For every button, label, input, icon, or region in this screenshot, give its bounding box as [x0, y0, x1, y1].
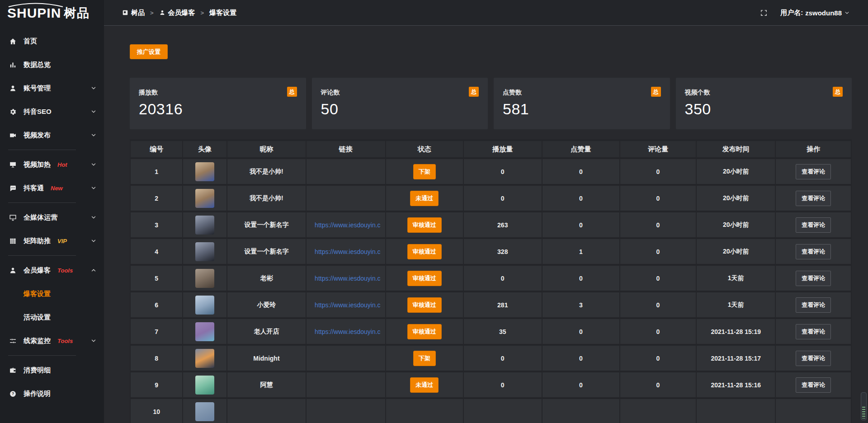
cell-actions: 查看评论 [775, 291, 851, 318]
view-comments-button[interactable]: 查看评论 [796, 217, 831, 233]
cell-nickname: 小爱玲 [227, 291, 306, 318]
stat-total-badge: 总 [651, 87, 661, 97]
cell-comments: 0 [620, 158, 696, 185]
sidebar-item-badge: Hot [57, 161, 67, 168]
sidebar-item-clue-monitor[interactable]: 线索监控 Tools [0, 329, 104, 352]
sidebar-item-member-baoke[interactable]: 会员爆客 Tools [0, 258, 104, 282]
screen-icon [9, 161, 17, 169]
avatar [195, 216, 214, 235]
table-row: 5 老彬 https://www.iesdouyin.c 审核通过 0 0 0 … [130, 265, 851, 291]
sidebar-item-badge: VIP [57, 238, 67, 244]
cell-comments: 0 [620, 291, 696, 318]
view-comments-button[interactable]: 查看评论 [796, 377, 831, 393]
cell-nickname: 我不是小帅! [227, 185, 306, 212]
avatar [195, 296, 214, 315]
table-row: 1 我不是小帅! 下架 0 0 0 20小时前 查看评论 [130, 158, 851, 185]
sliders-icon [9, 337, 17, 345]
view-comments-button[interactable]: 查看评论 [796, 271, 831, 286]
column-header-6: 点赞量 [542, 140, 620, 158]
cell-link: https://www.iesdouyin.c [306, 212, 385, 238]
cell-actions: 查看评论 [775, 345, 851, 371]
sidebar-item-douketong[interactable]: 抖客通 New [0, 176, 104, 200]
cell-id: 5 [130, 265, 183, 291]
sidebar-item-label: 抖音SEO [24, 108, 52, 116]
status-button[interactable]: 下架 [413, 351, 436, 366]
link-text[interactable]: https://www.iesdouyin.c [307, 275, 385, 282]
sidebar-item-douyin-seo[interactable]: 抖音SEO [0, 100, 104, 123]
brand-logo[interactable]: SHUPIN 树品 [0, 0, 104, 26]
link-text[interactable]: https://www.iesdouyin.c [307, 248, 385, 255]
link-text[interactable]: https://www.iesdouyin.c [307, 328, 385, 335]
sidebar-item-operation-guide[interactable]: 操作说明 [0, 382, 104, 405]
view-comments-button[interactable]: 查看评论 [796, 164, 831, 179]
link-text[interactable]: https://www.iesdouyin.c [307, 301, 385, 309]
scrollbar-widget[interactable] [861, 392, 867, 420]
topbar: 树品 > 会员爆客 > 爆客设置 用户名: zswodun88 [104, 0, 868, 26]
sidebar-item-label: 首页 [24, 37, 37, 46]
status-button[interactable]: 未通过 [410, 377, 439, 393]
fullscreen-icon[interactable] [760, 9, 768, 17]
monitor-icon [9, 214, 17, 221]
sidebar-subitem-activity-settings[interactable]: 活动设置 [0, 306, 104, 329]
breadcrumb-item[interactable]: 会员爆客 [159, 9, 195, 17]
sidebar-item-video-publish[interactable]: 视频发布 [0, 123, 104, 147]
status-button[interactable]: 未通过 [410, 191, 439, 206]
sidebar-item-label: 线索监控 [24, 337, 51, 345]
stat-label: 播放数 [139, 89, 297, 97]
menu-divider [8, 355, 76, 356]
sidebar-item-video-heat[interactable]: 视频加热 Hot [0, 153, 104, 176]
cell-publish-time: 20小时前 [696, 212, 775, 238]
breadcrumb-item[interactable]: 爆客设置 [209, 9, 236, 17]
username-value: zswodun88 [805, 9, 842, 17]
column-header-0: 编号 [130, 140, 183, 158]
cell-id: 4 [130, 238, 183, 265]
chevron-up-icon [90, 267, 97, 273]
cell-link: https://www.iesdouyin.c [306, 265, 385, 291]
user-icon [9, 85, 17, 92]
cell-avatar [183, 238, 226, 265]
sidebar-item-label: 消费明细 [24, 366, 51, 375]
status-button[interactable]: 审核通过 [407, 244, 442, 259]
cell-avatar [183, 212, 226, 238]
view-comments-button[interactable]: 查看评论 [796, 244, 831, 259]
view-comments-button[interactable]: 查看评论 [796, 297, 831, 313]
sidebar-item-media-operation[interactable]: 全媒体运营 [0, 206, 104, 229]
cell-status: 审核通过 [386, 318, 463, 345]
sidebar-item-home[interactable]: 首页 [0, 29, 104, 53]
sidebar-item-matrix-boost[interactable]: 矩阵助推 VIP [0, 229, 104, 253]
breadcrumb-label: 爆客设置 [209, 9, 236, 17]
column-header-9: 操作 [775, 140, 851, 158]
sidebar-item-label: 视频发布 [24, 131, 51, 140]
table-row: 4 设置一个新名字 https://www.iesdouyin.c 审核通过 3… [130, 238, 851, 265]
status-button[interactable]: 审核通过 [407, 297, 442, 313]
sidebar-item-label: 全媒体运营 [24, 213, 57, 222]
status-button[interactable]: 审核通过 [407, 271, 442, 286]
promo-settings-button[interactable]: 推广设置 [130, 44, 168, 59]
cell-id: 1 [130, 158, 183, 185]
cell-id: 9 [130, 371, 183, 398]
home-icon [9, 38, 17, 45]
breadcrumb-item[interactable]: 树品 [122, 9, 145, 17]
user-menu[interactable]: 用户名: zswodun88 [780, 9, 850, 17]
view-comments-button[interactable]: 查看评论 [796, 351, 831, 366]
stat-total-badge: 总 [833, 87, 843, 97]
topbar-right: 用户名: zswodun88 [760, 9, 850, 17]
sidebar-item-account-manage[interactable]: 账号管理 [0, 76, 104, 100]
sidebar-item-consume-detail[interactable]: 消费明细 [0, 358, 104, 382]
breadcrumb-separator: > [150, 9, 154, 16]
status-button[interactable]: 下架 [413, 164, 436, 179]
status-button[interactable]: 审核通过 [407, 324, 442, 339]
cell-avatar [183, 318, 226, 345]
sidebar-subitem-baoke-settings[interactable]: 爆客设置 [0, 282, 104, 306]
view-comments-button[interactable]: 查看评论 [796, 324, 831, 339]
cell-actions: 查看评论 [775, 185, 851, 212]
view-comments-button[interactable]: 查看评论 [796, 191, 831, 206]
cell-status: 下架 [386, 158, 463, 185]
cell-link [306, 185, 385, 212]
status-button[interactable]: 审核通过 [407, 217, 442, 233]
link-text[interactable]: https://www.iesdouyin.c [307, 221, 385, 229]
cell-plays: 0 [463, 185, 542, 212]
column-header-2: 昵称 [227, 140, 306, 158]
chevron-down-icon [90, 108, 97, 115]
sidebar-item-data-overview[interactable]: 数据总览 [0, 53, 104, 76]
